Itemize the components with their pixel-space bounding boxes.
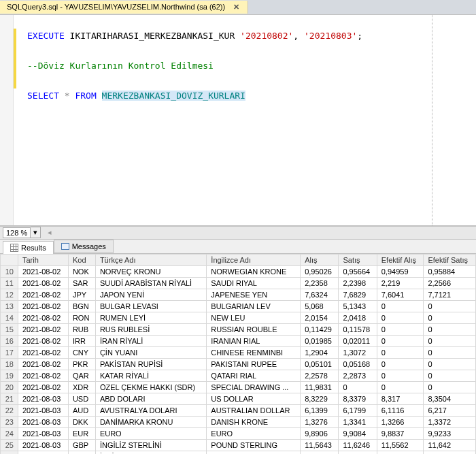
cell[interactable]: 2021-08-02 [18,336,69,347]
cell[interactable]: 19 [1,370,18,382]
cell[interactable]: QATARI RIAL [207,370,301,382]
cell[interactable]: US DOLLAR [207,393,301,405]
cell[interactable]: 0 [377,336,424,347]
cell[interactable]: 8,3379 [339,393,377,405]
col-rownum[interactable] [1,255,18,266]
zoom-dropdown[interactable]: 128 % ▾ [3,227,41,238]
cell[interactable]: 2021-08-03 [18,417,69,428]
cell[interactable]: 6,1799 [339,405,377,417]
cell[interactable]: RON [68,312,95,324]
cell[interactable]: CHINESE RENMINBI [207,347,301,359]
cell[interactable]: 7,6324 [301,289,339,301]
cell[interactable]: DANISH KRONE [207,417,301,428]
col-tarih[interactable]: Tarih [18,255,69,266]
cell[interactable]: DANİMARKA KRONU [95,417,206,428]
cell[interactable]: 2021-08-02 [18,266,69,278]
cell[interactable]: NEW LEU [207,312,301,324]
file-tab[interactable]: SQLQuery3.sql - YAVUZSELIM\YAVUZSELIM.No… [0,1,248,14]
cell[interactable]: RUS RUBLESİ [95,324,206,336]
cell[interactable]: 2021-08-03 [18,428,69,440]
col-ealis[interactable]: Efektif Alış [377,255,424,266]
table-row[interactable]: 232021-08-03DKKDANİMARKA KRONUDANISH KRO… [1,417,476,428]
cell[interactable]: JPY [68,289,95,301]
cell[interactable]: NOK [68,266,95,278]
cell[interactable]: SUUDİ ARABİSTAN RİYALİ [95,278,206,289]
cell[interactable]: 0 [424,382,476,393]
cell[interactable]: ABD DOLARI [95,393,206,405]
cell[interactable]: 5,1343 [339,301,377,312]
cell[interactable]: 1,3072 [339,347,377,359]
cell[interactable]: 15 [1,324,18,336]
cell[interactable]: 0 [377,324,424,336]
cell[interactable]: 9,8837 [377,428,424,440]
cell[interactable]: SPECIAL DRAWING ... [207,382,301,393]
cell[interactable]: 2021-08-02 [18,359,69,370]
cell[interactable]: 1,3372 [424,417,476,428]
cell[interactable]: 11,5643 [301,440,339,451]
cell[interactable]: AUSTRALIAN DOLLAR [207,405,301,417]
cell[interactable]: JAPON YENİ [95,289,206,301]
cell[interactable]: 0 [377,301,424,312]
cell[interactable]: İNGİLİZ STERLİNİ [95,440,206,451]
cell[interactable]: QAR [68,370,95,382]
col-turkce[interactable]: Türkçe Adı [95,255,206,266]
cell[interactable]: EUR [68,428,95,440]
cell[interactable]: 11,642 [424,440,476,451]
cell[interactable]: RUMEN LEYİ [95,312,206,324]
cell[interactable]: 1,3276 [301,417,339,428]
results-grid[interactable]: Tarih Kod Türkçe Adı İngilizce Adı Alış … [0,254,476,454]
cell[interactable]: POUND STERLING [207,440,301,451]
cell[interactable]: 2,0154 [301,312,339,324]
cell[interactable]: 8,3504 [424,393,476,405]
cell[interactable]: 6,1399 [301,405,339,417]
col-esatis[interactable]: Efektif Satış [424,255,476,266]
cell[interactable]: 6,217 [424,405,476,417]
cell[interactable]: NORWEGIAN KRONE [207,266,301,278]
cell[interactable]: İRAN RİYALİ [95,336,206,347]
cell[interactable]: 0 [377,347,424,359]
cell[interactable]: 0 [377,370,424,382]
cell[interactable]: SAR [68,278,95,289]
cell[interactable]: ÖZEL ÇEKME HAKKI (SDR) [95,382,206,393]
tab-messages[interactable]: Messages [54,240,114,253]
cell[interactable]: 0 [424,347,476,359]
cell[interactable]: 0 [424,336,476,347]
editor-content[interactable]: EXECUTE IKITARIHARASI_MERKEZBANKASI_KUR … [0,15,476,110]
cell[interactable]: 2021-08-02 [18,370,69,382]
cell[interactable]: 8,3229 [301,393,339,405]
cell[interactable]: 2,2873 [339,370,377,382]
cell[interactable]: USD [68,393,95,405]
cell[interactable]: 0 [424,324,476,336]
cell[interactable]: 0,95664 [339,266,377,278]
cell[interactable]: GBP [68,440,95,451]
cell[interactable]: 9,2582 [424,451,476,454]
cell[interactable]: IRANIAN RIAL [207,336,301,347]
cell[interactable]: 7,6829 [339,289,377,301]
cell[interactable]: 9,2443 [339,451,377,454]
cell[interactable]: 26 [1,451,18,454]
cell[interactable]: 20 [1,382,18,393]
cell[interactable]: 2021-08-02 [18,347,69,359]
table-row[interactable]: 112021-08-02SARSUUDİ ARABİSTAN RİYALİSAU… [1,278,476,289]
cell[interactable]: 2021-08-02 [18,289,69,301]
cell[interactable]: 11,9831 [301,382,339,393]
close-icon[interactable]: ✕ [231,3,242,12]
cell[interactable]: 2021-08-03 [18,405,69,417]
col-ingilizce[interactable]: İngilizce Adı [207,255,301,266]
table-row[interactable]: 212021-08-03USDABD DOLARIUS DOLLAR8,3229… [1,393,476,405]
cell[interactable]: 22 [1,405,18,417]
table-row[interactable]: 182021-08-02PKRPAKİSTAN RUPİSİPAKISTANI … [1,359,476,370]
cell[interactable]: IRR [68,336,95,347]
cell[interactable]: 2021-08-02 [18,382,69,393]
cell[interactable]: BGN [68,301,95,312]
table-row[interactable]: 122021-08-02JPYJAPON YENİJAPENESE YEN7,6… [1,289,476,301]
cell[interactable]: 17 [1,347,18,359]
tab-results[interactable]: Results [3,241,54,254]
cell[interactable]: RUSSIAN ROUBLE [207,324,301,336]
table-row[interactable]: 192021-08-02QARKATAR RİYALİQATARI RIAL2,… [1,370,476,382]
cell[interactable]: 0,95884 [424,266,476,278]
cell[interactable]: 9,9084 [339,428,377,440]
col-alis[interactable]: Alış [301,255,339,266]
col-kod[interactable]: Kod [68,255,95,266]
cell[interactable]: 7,6041 [377,289,424,301]
